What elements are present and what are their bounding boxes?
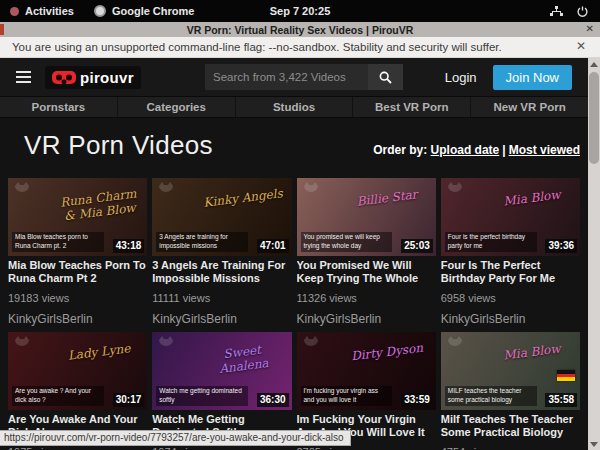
- status-dot-icon: [10, 7, 19, 16]
- studio-watermark-icon: [302, 181, 320, 200]
- video-card[interactable]: Mia Blow Four is the perfect birthday pa…: [441, 178, 580, 326]
- sandbox-warning-bar: You are using an unsupported command-lin…: [0, 37, 600, 58]
- video-views: 6958 views: [441, 292, 580, 304]
- login-link[interactable]: Login: [445, 70, 477, 85]
- scroll-down-arrow-icon[interactable]: [588, 438, 600, 450]
- video-thumbnail[interactable]: Sweet Analena Watch me getting dominated…: [152, 332, 291, 410]
- search-icon: [379, 71, 392, 84]
- video-studio-link[interactable]: KinkyGirlsBerlin: [152, 312, 291, 326]
- search-button[interactable]: [368, 64, 403, 90]
- video-views: 11326 views: [297, 292, 436, 304]
- vr-goggles-icon: [52, 71, 76, 84]
- system-top-bar: Activities Google Chrome Sep 7 20:25: [0, 0, 600, 22]
- video-views: 2705 views: [297, 446, 436, 450]
- chrome-app-icon: [94, 5, 106, 17]
- activities-button[interactable]: Activities: [25, 5, 74, 17]
- network-icon[interactable]: [550, 6, 563, 17]
- window-control-partial: [0, 24, 4, 35]
- video-studio-link[interactable]: KinkyGirlsBerlin: [8, 312, 147, 326]
- video-title[interactable]: 3 Angels Are Training For Impossible Mis…: [152, 259, 291, 286]
- order-by: Order by: Upload date|Most viewed: [373, 143, 580, 157]
- video-card[interactable]: Mia Blow MILF teaches the teacher some p…: [441, 332, 580, 450]
- video-thumbnail[interactable]: Mia Blow Four is the perfect birthday pa…: [441, 178, 580, 256]
- video-thumbnail[interactable]: Runa Charm & Mia Blow Mia Blow teaches p…: [8, 178, 147, 256]
- video-duration-badge: 47:01: [257, 239, 289, 253]
- thumbnail-overlay-title: Kinky Angels: [200, 187, 287, 211]
- site-header: pirouvr Login Join Now: [0, 58, 588, 96]
- video-title[interactable]: Mia Blow Teaches Porn To Runa Charm Pt 2: [8, 259, 147, 286]
- video-card[interactable]: Billie Star You promised we will keep tr…: [297, 178, 436, 326]
- window-close-icon[interactable]: ✕: [586, 23, 594, 34]
- video-card[interactable]: Runa Charm & Mia Blow Mia Blow teaches p…: [8, 178, 147, 326]
- power-icon[interactable]: [577, 6, 588, 17]
- video-grid: Runa Charm & Mia Blow Mia Blow teaches p…: [8, 178, 580, 450]
- search-bar: [205, 64, 403, 90]
- site-logo-text: pirouvr: [80, 69, 134, 86]
- studio-watermark-icon: [157, 335, 175, 354]
- studio-watermark-icon: [446, 335, 464, 354]
- video-title[interactable]: Four Is The Perfect Birthday Party For M…: [441, 259, 580, 286]
- page-title: VR Porn Videos: [24, 130, 213, 161]
- active-app-menu[interactable]: Google Chrome: [112, 5, 195, 17]
- video-thumbnail[interactable]: Mia Blow MILF teaches the teacher some p…: [441, 332, 580, 410]
- video-thumbnail[interactable]: Billie Star You promised we will keep tr…: [297, 178, 436, 256]
- thumbnail-caption: Are you awake ? And your dick also ?: [12, 386, 104, 406]
- video-title[interactable]: Milf Teaches The Teacher Some Practical …: [441, 413, 580, 440]
- thumbnail-overlay-title: Sweet Analena: [199, 341, 288, 379]
- video-views: 19183 views: [8, 292, 147, 304]
- studio-watermark-icon: [13, 335, 31, 354]
- main-nav: Pornstars Categories Studios Best VR Por…: [0, 96, 588, 118]
- scrollbar-thumb[interactable]: [589, 72, 599, 164]
- video-duration-badge: 43:18: [113, 239, 145, 253]
- warning-text: You are using an unsupported command-lin…: [0, 41, 502, 53]
- thumbnail-overlay-title: Mia Blow: [488, 187, 575, 211]
- site-logo[interactable]: pirouvr: [45, 66, 141, 89]
- thumbnail-caption: I'm fucking your virgin ass and you will…: [301, 386, 393, 406]
- studio-watermark-icon: [13, 181, 31, 200]
- order-separator: |: [502, 143, 505, 157]
- window-title-bar: VR Porn: Virtual Reality Sex Videos | Pi…: [0, 22, 600, 37]
- nav-item-pornstars[interactable]: Pornstars: [0, 97, 117, 117]
- video-views: 1974 views: [152, 446, 291, 450]
- order-most-viewed-link[interactable]: Most viewed: [509, 143, 580, 157]
- video-duration-badge: 39:36: [545, 239, 577, 253]
- german-flag-icon: [557, 370, 575, 381]
- thumbnail-caption: 3 Angels are training for impossible mis…: [156, 232, 248, 252]
- thumbnail-overlay-title: Mia Blow: [488, 341, 575, 365]
- link-status-bar: https://pirouvr.com/vr-porn-video/779325…: [0, 430, 351, 446]
- thumbnail-caption: You promised we will keep trying the who…: [301, 232, 393, 252]
- thumbnail-overlay-title: Runa Charm & Mia Blow: [55, 187, 144, 225]
- thumbnail-caption: Watch me getting dominated softly: [156, 386, 248, 406]
- video-duration-badge: 33:59: [401, 393, 433, 407]
- nav-item-categories[interactable]: Categories: [117, 97, 235, 117]
- thumbnail-caption: Mia Blow teaches porn to Runa Charm pt. …: [12, 232, 104, 252]
- video-duration-badge: 35:58: [545, 393, 577, 407]
- thumbnail-caption: Four is the perfect birthday party for m…: [445, 232, 537, 252]
- nav-item-studios[interactable]: Studios: [235, 97, 353, 117]
- video-studio-link[interactable]: KinkyGirlsBerlin: [441, 312, 580, 326]
- scroll-up-arrow-icon[interactable]: [588, 58, 600, 70]
- thumbnail-overlay-title: Lady Lyne: [55, 341, 142, 365]
- thumbnail-overlay-title: Dirty Dyson: [344, 341, 431, 365]
- studio-watermark-icon: [157, 181, 175, 200]
- order-upload-date-link[interactable]: Upload date: [431, 143, 500, 157]
- video-thumbnail[interactable]: Lady Lyne Are you awake ? And your dick …: [8, 332, 147, 410]
- menu-hamburger-icon[interactable]: [16, 68, 31, 86]
- nav-item-best-vr[interactable]: Best VR Porn: [352, 97, 470, 117]
- search-input[interactable]: [205, 64, 368, 90]
- video-views: 1975 views: [8, 446, 147, 450]
- order-by-label: Order by:: [373, 143, 427, 157]
- video-thumbnail[interactable]: Kinky Angels 3 Angels are training for i…: [152, 178, 291, 256]
- video-thumbnail[interactable]: Dirty Dyson I'm fucking your virgin ass …: [297, 332, 436, 410]
- video-title[interactable]: You Promised We Will Keep Trying The Who…: [297, 259, 436, 286]
- scrollbar[interactable]: [588, 58, 600, 450]
- thumbnail-overlay-title: Billie Star: [344, 187, 431, 211]
- thumbnail-caption: MILF teaches the teacher some practical …: [445, 386, 537, 406]
- warning-close-icon[interactable]: ✕: [576, 39, 586, 53]
- video-card[interactable]: Kinky Angels 3 Angels are training for i…: [152, 178, 291, 326]
- nav-item-new-vr[interactable]: New VR Porn: [470, 97, 588, 117]
- join-now-button[interactable]: Join Now: [493, 65, 572, 90]
- video-studio-link[interactable]: KinkyGirlsBerlin: [297, 312, 436, 326]
- video-views: 4754 views: [441, 446, 580, 450]
- browser-viewport: pirouvr Login Join Now Pornstars Categor…: [0, 58, 588, 450]
